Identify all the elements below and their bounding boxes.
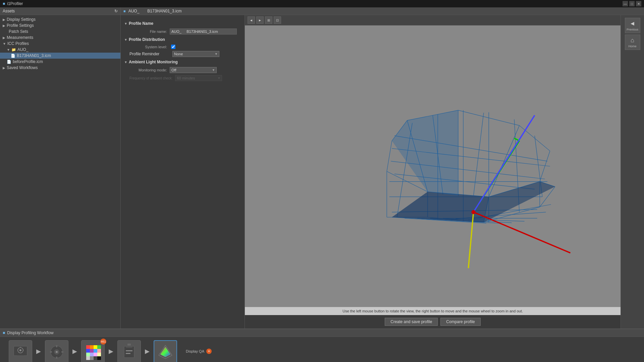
sidebar-item-patch-sets[interactable]: Patch Sets: [0, 28, 120, 35]
section-arrow: ▼: [124, 60, 127, 64]
svg-rect-55: [15, 357, 25, 358]
sidebar: Assets ↻ ▶ Display Settings ▶ Profile Se…: [0, 7, 121, 328]
file-name-input[interactable]: [170, 28, 237, 35]
workflow-steps: Display Settings ▶ Profile Settings ▶: [0, 337, 644, 362]
system-level-checkbox[interactable]: [171, 45, 175, 49]
workflow-icon: ■: [3, 330, 5, 335]
svg-rect-64: [56, 357, 57, 359]
sidebar-header: Assets ↻: [0, 7, 120, 15]
file-icon: 📄: [7, 60, 11, 64]
section-title: Profile Name: [129, 21, 153, 26]
svg-rect-75: [86, 353, 90, 356]
svg-rect-66: [61, 351, 63, 353]
3d-viewport[interactable]: [245, 25, 621, 307]
sidebar-item-label: Patch Sets: [9, 29, 28, 34]
compare-profile-button[interactable]: Compare profile: [440, 318, 480, 326]
section-title: Ambient Light Monitoring: [129, 60, 178, 64]
sidebar-item-auo-file[interactable]: 📄 B173HAN01_3.icm: [0, 53, 120, 59]
svg-rect-86: [126, 350, 132, 351]
sidebar-item-label: Display Settings: [7, 17, 36, 22]
sidebar-item-measurements[interactable]: ▶ Measurements: [0, 35, 120, 41]
workflow-step-display-settings[interactable]: Display Settings: [5, 340, 36, 362]
display-settings-icon: [12, 344, 29, 360]
step-icon-wrap: [9, 340, 32, 362]
home-icon: ⌂: [631, 37, 634, 44]
sidebar-item-before-profile[interactable]: 📄 beforeProfile.icm: [0, 59, 120, 65]
content-area: ■ AUO_ B173HAN01_3.icm ▼ Profile Name Fi…: [121, 7, 644, 328]
sidebar-item-saved-workflows[interactable]: ▶ Saved Workflows: [0, 65, 120, 71]
svg-rect-68: [90, 345, 94, 349]
patch-set-icon: [85, 344, 101, 360]
sidebar-item-profile-settings[interactable]: ▶ Profile Settings: [0, 22, 120, 28]
measurement-icon: [121, 344, 138, 360]
panel-tab-bar: ■ AUO_ B173HAN01_3.icm: [121, 7, 644, 15]
step-arrow: ▶: [108, 348, 114, 355]
svg-rect-63: [56, 345, 57, 347]
settings-panel: ▼ Profile Name File name: ▼ Profile Dist…: [121, 15, 245, 328]
home-button[interactable]: ⌂ Home: [625, 35, 640, 50]
sidebar-item-label: Profile Settings: [7, 23, 34, 28]
profile-reminder-row: Profile Reminder None ▼: [124, 51, 241, 57]
step-arrow: ▶: [36, 348, 42, 355]
view-back-button[interactable]: ◄: [248, 16, 255, 24]
view-grid-button[interactable]: ⊞: [265, 16, 272, 24]
workflow-step-patch-set[interactable]: 461: [78, 340, 108, 362]
field-monitoring-mode: Monitoring mode: Off ▼: [124, 67, 241, 73]
view-fullscreen-button[interactable]: ⊡: [274, 16, 281, 24]
workflow-step-measurement[interactable]: Measurement: [114, 340, 144, 362]
section-profile-name[interactable]: ▼ Profile Name: [124, 21, 241, 26]
refresh-icon[interactable]: ↻: [114, 9, 118, 13]
display-qa: Display QA +: [180, 349, 217, 354]
close-button[interactable]: ✕: [636, 1, 641, 6]
svg-rect-76: [90, 353, 94, 356]
svg-rect-79: [86, 356, 90, 360]
svg-rect-73: [94, 349, 97, 353]
profile-reminder-dropdown[interactable]: None ▼: [172, 51, 219, 57]
nav-sidebar: ◄ Previous ⌂ Home: [621, 15, 644, 328]
sidebar-item-auo-folder[interactable]: ▼ 📁 AUO_: [0, 47, 120, 53]
sidebar-item-icc-profiles[interactable]: ▼ ICC Profiles: [0, 41, 120, 47]
tree-expand-arrow: ▶: [3, 24, 5, 27]
svg-rect-69: [94, 345, 97, 349]
previous-button[interactable]: ◄ Previous: [625, 18, 640, 33]
tree-expand-arrow: ▼: [7, 48, 10, 52]
system-level-label: System level:: [129, 45, 170, 49]
view-play-button[interactable]: ►: [256, 16, 264, 24]
svg-rect-80: [90, 356, 94, 360]
maximize-button[interactable]: □: [629, 1, 635, 6]
svg-rect-85: [127, 344, 131, 346]
step-icon-wrap: 461: [81, 340, 105, 362]
step-arrow: ▶: [144, 348, 150, 355]
workflow-panel: ■ Display Profiling Workflow Display Set…: [0, 328, 644, 362]
gamut-shape-svg: [254, 40, 611, 293]
file-icon: 📄: [11, 54, 15, 58]
step-icon-wrap: [117, 340, 141, 362]
workflow-step-profile-settings[interactable]: Profile Settings: [42, 340, 72, 362]
dropdown-value: 60 minutes: [177, 76, 195, 80]
panel-icon: ■: [123, 9, 126, 13]
view-hint: Use the left mouse button to rotate the …: [245, 307, 621, 315]
section-profile-distribution[interactable]: ▼ Profile Distribution: [124, 37, 241, 42]
svg-rect-72: [90, 349, 94, 353]
monitoring-mode-dropdown[interactable]: Off ▼: [170, 67, 217, 73]
svg-rect-65: [50, 351, 52, 353]
field-system-level: System level:: [124, 45, 241, 49]
field-frequency: Frequency of ambient check: 60 minutes ▼: [124, 75, 241, 81]
workflow-title: Display Profiling Workflow: [7, 330, 54, 335]
create-save-profile-button[interactable]: Create and save profile: [385, 318, 438, 326]
svg-point-52: [472, 210, 476, 214]
svg-rect-81: [94, 356, 97, 360]
icc-profile-icon: [157, 344, 174, 360]
display-qa-add-button[interactable]: +: [206, 349, 212, 354]
panel-split: ▼ Profile Name File name: ▼ Profile Dist…: [121, 15, 644, 328]
minimize-button[interactable]: —: [623, 1, 628, 6]
section-ambient-light[interactable]: ▼ Ambient Light Monitoring: [124, 60, 241, 64]
sidebar-item-display-settings[interactable]: ▶ Display Settings: [0, 16, 120, 22]
tree-expand-arrow: ▼: [3, 42, 6, 46]
profile-reminder-label: Profile Reminder: [129, 52, 170, 56]
workflow-step-icc-profile[interactable]: ICC Profile: [150, 340, 180, 362]
sidebar-content: ▶ Display Settings ▶ Profile Settings Pa…: [0, 15, 120, 328]
svg-point-62: [56, 351, 58, 353]
sidebar-title: Assets: [3, 9, 15, 13]
frequency-dropdown[interactable]: 60 minutes ▼: [175, 75, 222, 81]
